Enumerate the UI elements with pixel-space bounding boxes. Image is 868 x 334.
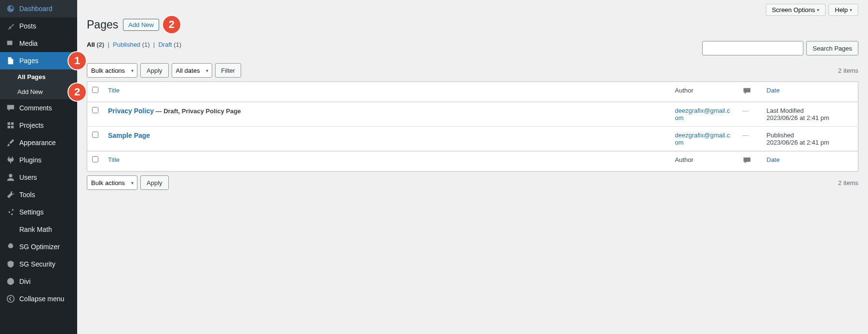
- sidebar-label: Comments: [19, 104, 52, 112]
- sidebar-label: Dashboard: [19, 5, 53, 13]
- sidebar-item-comments[interactable]: Comments: [0, 99, 77, 117]
- sidebar-label: Pages: [19, 57, 39, 65]
- main-content: Screen Options Help Pages Add New 2 All …: [77, 0, 868, 334]
- col-title-bottom[interactable]: Title: [108, 156, 120, 163]
- sidebar-item-divi[interactable]: Divi: [0, 273, 77, 290]
- col-author-bottom: Author: [670, 151, 738, 172]
- row-checkbox[interactable]: [92, 132, 98, 138]
- pages-table: Title Author Date Privacy Policy — Draft…: [87, 81, 858, 172]
- col-title[interactable]: Title: [108, 87, 120, 94]
- row-checkbox[interactable]: [92, 107, 98, 113]
- sidebar-item-tools[interactable]: Tools: [0, 186, 77, 203]
- search-input[interactable]: [702, 41, 803, 55]
- apply-button-bottom[interactable]: Apply: [140, 175, 169, 190]
- chart-icon: [6, 225, 15, 234]
- sidebar-item-add-new[interactable]: Add New 2: [0, 84, 77, 99]
- sidebar-label: SG Security: [19, 260, 55, 268]
- sidebar-item-rank-math[interactable]: Rank Math: [0, 221, 77, 238]
- sidebar-item-posts[interactable]: Posts: [0, 17, 77, 35]
- brush-icon: [6, 138, 15, 147]
- svg-point-4: [7, 278, 14, 285]
- sidebar-item-sg-optimizer[interactable]: SG Optimizer: [0, 238, 77, 255]
- select-all-checkbox[interactable]: [92, 87, 98, 93]
- bulk-actions-select-bottom[interactable]: Bulk actions: [87, 175, 137, 190]
- projects-icon: [6, 120, 15, 130]
- top-bar: Screen Options Help: [87, 0, 858, 16]
- svg-point-0: [9, 174, 12, 177]
- bulk-actions-select[interactable]: Bulk actions: [87, 63, 137, 78]
- sidebar-item-appearance[interactable]: Appearance: [0, 134, 77, 151]
- filter-published[interactable]: Published (1): [113, 41, 150, 48]
- sidebar-label: Add New: [17, 88, 43, 95]
- tablenav-top: Bulk actions Apply All dates Filter 2 it…: [87, 63, 858, 78]
- items-count: 2 items: [838, 67, 858, 74]
- sidebar-label: Settings: [19, 208, 44, 216]
- admin-sidebar: Dashboard Posts Media Pages 1 All Pages …: [0, 0, 77, 334]
- help-button[interactable]: Help: [828, 4, 858, 16]
- annotation-badge-1: 1: [68, 52, 86, 69]
- sidebar-label: Users: [19, 174, 37, 181]
- sidebar-item-settings[interactable]: Settings: [0, 203, 77, 221]
- row-title-link[interactable]: Privacy Policy: [108, 107, 154, 115]
- apply-button[interactable]: Apply: [140, 63, 169, 78]
- sidebar-label: SG Optimizer: [19, 243, 60, 251]
- sidebar-label: Collapse menu: [19, 295, 64, 303]
- sidebar-item-all-pages[interactable]: All Pages: [0, 69, 77, 84]
- screen-options-button[interactable]: Screen Options: [766, 4, 826, 16]
- sidebar-label: Tools: [19, 191, 35, 199]
- sidebar-item-projects[interactable]: Projects: [0, 117, 77, 134]
- sidebar-item-pages[interactable]: Pages 1: [0, 52, 77, 69]
- sliders-icon: [6, 207, 15, 217]
- select-all-checkbox-bottom[interactable]: [92, 156, 98, 162]
- sidebar-item-users[interactable]: Users: [0, 169, 77, 186]
- wrench-icon: [6, 190, 15, 200]
- sidebar-label: Plugins: [19, 156, 41, 164]
- col-author: Author: [670, 82, 738, 102]
- author-link[interactable]: deezgrafix@gmail.com: [675, 107, 730, 121]
- search-button[interactable]: Search Pages: [806, 41, 858, 55]
- date-cell: Published2023/06/26 at 2:41 pm: [762, 127, 858, 151]
- media-icon: [6, 39, 15, 48]
- add-new-button[interactable]: Add New: [123, 19, 159, 31]
- comments-cell: —: [738, 102, 762, 127]
- search-box: Search Pages: [702, 41, 858, 55]
- sidebar-label: Rank Math: [19, 226, 52, 233]
- sidebar-item-plugins[interactable]: Plugins: [0, 151, 77, 169]
- sidebar-item-sg-security[interactable]: SG Security: [0, 255, 77, 273]
- filter-button[interactable]: Filter: [215, 63, 242, 78]
- shield-icon: [6, 259, 15, 269]
- page-title: Pages: [87, 18, 118, 31]
- comments-cell: —: [738, 127, 762, 151]
- col-date[interactable]: Date: [767, 87, 780, 94]
- user-icon: [6, 173, 15, 182]
- sidebar-item-collapse[interactable]: Collapse menu: [0, 290, 77, 307]
- sidebar-label: Posts: [19, 22, 36, 30]
- tablenav-bottom: Bulk actions Apply 2 items: [87, 175, 858, 190]
- annotation-badge-2: 2: [68, 83, 86, 101]
- filter-all[interactable]: All (2): [87, 41, 104, 48]
- col-comments[interactable]: [738, 82, 762, 102]
- table-row: Privacy Policy — Draft, Privacy Policy P…: [87, 102, 858, 127]
- dashboard-icon: [6, 4, 15, 13]
- author-link[interactable]: deezgrafix@gmail.com: [675, 132, 730, 146]
- post-state: — Draft, Privacy Policy Page: [154, 107, 241, 115]
- page-icon: [6, 56, 15, 66]
- plug-icon: [6, 155, 15, 165]
- svg-point-5: [7, 295, 14, 302]
- status-filters: All (2) | Published (1) | Draft (1): [87, 41, 181, 48]
- sidebar-item-dashboard[interactable]: Dashboard: [0, 0, 77, 17]
- sidebar-label: Projects: [19, 121, 44, 129]
- filter-draft[interactable]: Draft (1): [158, 41, 181, 48]
- row-title-link[interactable]: Sample Page: [108, 132, 150, 139]
- pages-submenu: All Pages Add New 2: [0, 69, 77, 99]
- col-date-bottom[interactable]: Date: [767, 156, 780, 163]
- dates-select[interactable]: All dates: [172, 63, 212, 78]
- pin-icon: [6, 21, 15, 31]
- svg-point-2: [9, 211, 11, 213]
- sidebar-item-media[interactable]: Media: [0, 35, 77, 52]
- svg-point-1: [12, 209, 14, 211]
- col-comments-bottom[interactable]: [738, 151, 762, 172]
- divi-icon: [6, 277, 15, 286]
- date-cell: Last Modified2023/06/26 at 2:41 pm: [762, 102, 858, 127]
- comment-icon: [6, 103, 15, 113]
